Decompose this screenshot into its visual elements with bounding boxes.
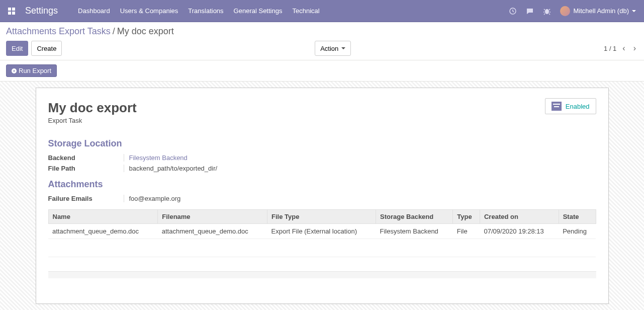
- cell-type: File: [453, 224, 480, 239]
- col-name[interactable]: Name: [48, 210, 158, 224]
- avatar: [560, 6, 570, 16]
- failure-emails-value: foo@example.org: [124, 195, 181, 202]
- pager-next[interactable]: ›: [631, 44, 638, 53]
- cell-created-on: 07/09/2020 19:28:13: [480, 224, 559, 239]
- chevron-down-icon: [632, 10, 636, 12]
- nav-links: Dashboard Users & Companies Translations…: [78, 7, 320, 15]
- nav-link-general-settings[interactable]: General Settings: [234, 7, 283, 15]
- breadcrumb: Attachments Export Tasks / My doc export: [6, 26, 638, 37]
- col-type[interactable]: Type: [453, 210, 480, 224]
- cell-filename: attachment_queue_demo.doc: [158, 224, 267, 239]
- col-state[interactable]: State: [559, 210, 596, 224]
- user-name: Mitchell Admin (db): [573, 7, 629, 15]
- pager-text: 1 / 1: [604, 45, 616, 52]
- debug-icon[interactable]: [543, 7, 551, 15]
- chevron-down-icon: [341, 47, 345, 49]
- col-file-type[interactable]: File Type: [267, 210, 376, 224]
- col-filename[interactable]: Filename: [158, 210, 267, 224]
- messaging-icon[interactable]: [526, 7, 534, 15]
- app-title[interactable]: Settings: [25, 6, 58, 16]
- action-dropdown[interactable]: Action: [315, 41, 351, 56]
- breadcrumb-current: My doc export: [117, 26, 174, 37]
- cell-file-type: Export File (External location): [267, 224, 376, 239]
- breadcrumb-parent[interactable]: Attachments Export Tasks: [6, 26, 111, 37]
- archive-icon: [551, 102, 562, 111]
- create-button[interactable]: Create: [31, 41, 62, 56]
- nav-link-dashboard[interactable]: Dashboard: [78, 7, 110, 15]
- svg-point-1: [545, 9, 549, 14]
- top-navbar: Settings Dashboard Users & Companies Tra…: [0, 0, 644, 22]
- status-badge[interactable]: Enabled: [545, 98, 596, 114]
- user-menu[interactable]: Mitchell Admin (db): [560, 6, 636, 16]
- cell-storage-backend: Filesystem Backend: [376, 224, 453, 239]
- status-text: Enabled: [566, 103, 590, 110]
- filepath-value: backend_path/to/exported_dir/: [124, 165, 218, 172]
- nav-link-users-companies[interactable]: Users & Companies: [120, 7, 178, 15]
- table-empty-row: [48, 239, 596, 257]
- status-bar: Run Export: [0, 60, 644, 82]
- apps-icon[interactable]: [8, 8, 15, 15]
- nav-right: Mitchell Admin (db): [509, 6, 636, 16]
- control-panel: Attachments Export Tasks / My doc export…: [0, 22, 644, 60]
- attachments-table: Name Filename File Type Storage Backend …: [48, 209, 596, 257]
- record-title: My doc export: [48, 100, 596, 116]
- form-background: Enabled My doc export Export Task Storag…: [0, 82, 644, 310]
- clock-icon[interactable]: [509, 7, 517, 15]
- col-created-on[interactable]: Created on: [480, 210, 559, 224]
- backend-label: Backend: [48, 154, 124, 162]
- nav-link-translations[interactable]: Translations: [188, 7, 223, 15]
- run-export-button[interactable]: Run Export: [6, 64, 57, 77]
- section-storage-location: Storage Location: [48, 138, 596, 149]
- col-storage-backend[interactable]: Storage Backend: [376, 210, 453, 224]
- table-row[interactable]: attachment_queue_demo.doc attachment_que…: [48, 224, 596, 239]
- action-label: Action: [320, 45, 338, 52]
- pager-prev[interactable]: ‹: [620, 44, 627, 53]
- breadcrumb-separator: /: [113, 26, 115, 37]
- table-footer-bar: [48, 271, 596, 278]
- failure-emails-label: Failure Emails: [48, 195, 124, 202]
- section-attachments: Attachments: [48, 179, 596, 190]
- nav-link-technical[interactable]: Technical: [292, 7, 319, 15]
- record-subtitle: Export Task: [48, 117, 596, 124]
- backend-value[interactable]: Filesystem Backend: [124, 154, 188, 162]
- run-export-label: Run Export: [19, 67, 51, 74]
- play-icon: [12, 68, 17, 73]
- cell-name: attachment_queue_demo.doc: [48, 224, 158, 239]
- table-header-row: Name Filename File Type Storage Backend …: [48, 210, 596, 224]
- form-sheet: Enabled My doc export Export Task Storag…: [36, 88, 609, 304]
- edit-button[interactable]: Edit: [6, 41, 28, 56]
- cell-state: Pending: [559, 224, 596, 239]
- filepath-label: File Path: [48, 165, 124, 172]
